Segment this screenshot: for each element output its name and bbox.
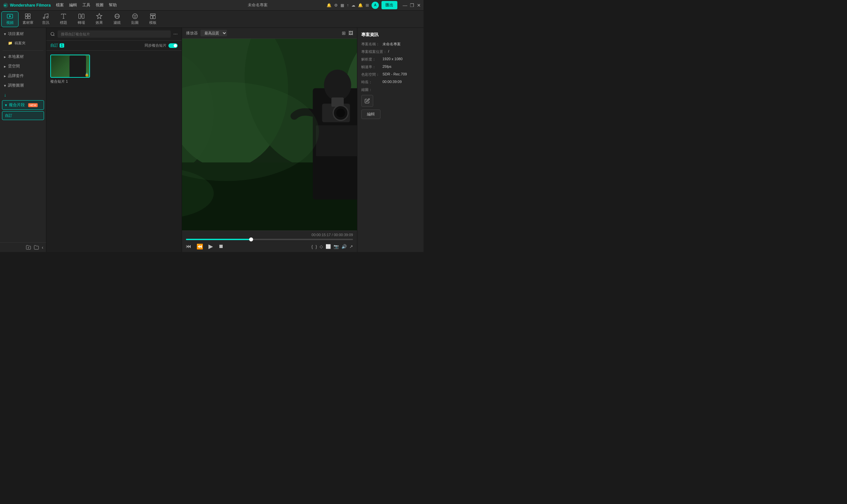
rewind-button[interactable]: ⏮ (186, 244, 191, 249)
stop-button[interactable]: ⏹ (218, 244, 224, 249)
menu-view[interactable]: 視圖 (95, 2, 104, 8)
tool-sticker[interactable]: 貼圖 (126, 11, 144, 27)
add-folder-icon[interactable] (26, 245, 31, 250)
minimize-button[interactable]: — (403, 3, 407, 8)
tool-effect[interactable]: 效果 (91, 11, 108, 27)
media-tab-bar: 自訂 1 同步複合短片 (46, 41, 182, 51)
info-row-duration: 時長： 00:00:39:09 (361, 80, 420, 85)
tool-filter-label: 濾鏡 (113, 20, 121, 25)
app-name: Wondershare Filmora (10, 3, 51, 7)
avatar[interactable]: A (372, 2, 379, 9)
preview-controls: 00:00:15:17 / 00:00:39:09 ⏮ ⏪ ▶ ⏹ { } ◇ (182, 231, 357, 252)
progress-fill (186, 239, 251, 240)
info-panel-title: 專案資訊 (361, 32, 420, 38)
export-button[interactable]: 匯出 (382, 1, 398, 9)
video-frame (182, 39, 357, 231)
mark-out-button[interactable]: } (316, 244, 317, 249)
sidebar-space-label: 雲空間 (8, 64, 20, 69)
sidebar-item-adjustment[interactable]: ▾ 調整圖層 (0, 81, 46, 90)
info-row-resolution: 解析度： 1920 x 1080 (361, 57, 420, 62)
thumbnail-edit-box[interactable] (361, 95, 373, 107)
collapse-sidebar-icon[interactable]: ‹ (42, 245, 43, 250)
settings-icon[interactable]: ⚙ (334, 3, 338, 7)
search-input[interactable] (57, 31, 171, 38)
svg-point-13 (133, 14, 138, 19)
step-back-button[interactable]: ⏪ (196, 244, 203, 250)
quality-select[interactable]: 最高品質 (200, 30, 227, 36)
total-time: 00:00:39:09 (334, 233, 353, 237)
down-arrow-green: ↓ (4, 92, 6, 97)
arrow-right-icon-2: ▸ (4, 64, 6, 69)
svg-rect-5 (25, 17, 28, 19)
info-panel: 專案資訊 專案名稱： 未命名專案 專案檔案位置： / 解析度： 1920 x 1… (357, 28, 423, 252)
maximize-button[interactable]: ❐ (410, 3, 414, 8)
svg-point-8 (47, 17, 48, 18)
menu-file[interactable]: 檔案 (56, 2, 64, 8)
folder-icon-2[interactable] (34, 245, 39, 250)
sidebar-item-custom[interactable]: 自訂 (2, 111, 44, 120)
progress-thumb[interactable] (249, 237, 253, 241)
preview-header: 播放器 最高品質 ⊞ 🖼 (182, 28, 357, 39)
photo-icon[interactable]: 🖼 (348, 31, 353, 36)
menu-bar: 檔案 編輯 工具 視圖 幫助 (56, 2, 189, 8)
sidebar-item-space[interactable]: ▸ 雲空間 (0, 61, 46, 71)
fullscreen-button[interactable]: ⬜ (325, 244, 331, 249)
arrow-right-icon-3: ▸ (4, 74, 6, 78)
sidebar-item-brand[interactable]: ▸ 品牌套件 (0, 71, 46, 81)
svg-rect-17 (151, 16, 153, 19)
keyframe-button[interactable]: ◇ (320, 244, 323, 249)
svg-point-30 (324, 70, 351, 101)
tool-template[interactable]: 模板 (144, 11, 161, 27)
bell-icon[interactable]: 🔔 (358, 3, 363, 7)
project-title: 未命名專案 (191, 2, 324, 8)
media-item-1[interactable]: 🔒 複合短片 1 (50, 55, 90, 84)
progress-bar[interactable] (186, 239, 353, 240)
sidebar-item-project-media[interactable]: ▾ 項目素材 (0, 29, 46, 39)
volume-button[interactable]: 🔊 (341, 244, 347, 249)
svg-point-21 (51, 32, 54, 35)
tool-sticker-label: 貼圖 (131, 20, 139, 25)
sidebar-item-local-media[interactable]: ▸ 本地素材 (0, 52, 46, 61)
tool-template-label: 模板 (149, 20, 157, 25)
layout-icon[interactable]: ▦ (340, 3, 344, 7)
tool-transition-label: 轉場 (78, 20, 85, 25)
tool-title-label: 標題 (60, 20, 67, 25)
sidebar-item-compound-clip[interactable]: ▾ 複合片段 NEW (2, 100, 44, 110)
svg-rect-10 (82, 14, 84, 18)
left-sidebar: ▾ 項目素材 📁 稿案夾 ▸ 本地素材 ▸ 雲空間 ▸ 品牌套件 ▾ 調整圖層 … (0, 28, 46, 252)
info-label-resolution: 解析度： (361, 57, 381, 62)
svg-rect-18 (153, 16, 156, 19)
tool-audio-label: 音訊 (42, 20, 49, 25)
tool-title[interactable]: 標題 (55, 11, 72, 27)
notification-icon[interactable]: 🔔 (327, 3, 332, 7)
tool-transition[interactable]: 轉場 (73, 11, 90, 27)
menu-tools[interactable]: 工具 (82, 2, 90, 8)
tool-media[interactable]: 素材庫 (19, 11, 36, 27)
mark-in-button[interactable]: { (311, 244, 313, 249)
tool-audio[interactable]: 音訊 (37, 11, 54, 27)
tab-badge: 1 (59, 43, 64, 48)
play-button[interactable]: ▶ (209, 243, 213, 250)
edit-button[interactable]: 編輯 (361, 109, 381, 119)
tool-video[interactable]: 視頻 (1, 11, 19, 27)
menu-help[interactable]: 幫助 (109, 2, 117, 8)
upload-icon[interactable]: ↑ (347, 3, 349, 7)
more-options-button[interactable]: ··· (173, 31, 178, 37)
menu-edit[interactable]: 編輯 (69, 2, 77, 8)
tool-filter[interactable]: 濾鏡 (108, 11, 126, 27)
cloud-icon[interactable]: ☁ (351, 3, 355, 7)
media-tab-custom[interactable]: 自訂 1 (50, 43, 64, 48)
media-thumbnail-1: 🔒 (50, 55, 90, 78)
svg-rect-9 (79, 14, 81, 18)
sync-switch[interactable] (169, 43, 178, 48)
settings-button[interactable]: ↗ (349, 244, 353, 249)
grid-view-icon[interactable]: ⊞ (342, 31, 346, 36)
sidebar-item-folder[interactable]: 📁 稿案夾 (0, 39, 46, 48)
new-badge: NEW (28, 103, 38, 107)
tool-video-label: 視頻 (6, 20, 14, 25)
snapshot-button[interactable]: 📷 (334, 244, 339, 249)
close-button[interactable]: ✕ (417, 3, 421, 8)
info-value-framerate: 25fps (383, 65, 420, 69)
window-controls: — ❐ ✕ (403, 3, 421, 8)
grid-icon[interactable]: ⊞ (366, 3, 369, 7)
